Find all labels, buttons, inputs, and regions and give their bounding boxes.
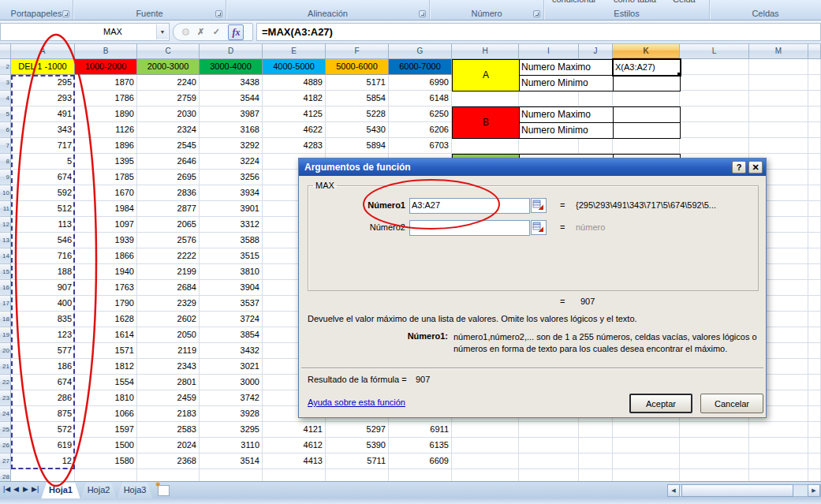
cell-x3[interactable] — [808, 75, 821, 91]
cell-x17[interactable] — [808, 296, 821, 312]
cell-D16[interactable]: 3904 — [200, 280, 263, 296]
cell-G7[interactable]: 6703 — [389, 138, 452, 154]
row-header-14[interactable]: 14 — [0, 248, 11, 264]
cell-x28[interactable] — [808, 469, 821, 481]
cell-x14[interactable] — [808, 248, 821, 264]
cell-E5[interactable]: 4125 — [263, 106, 326, 122]
cell-B10[interactable]: 1670 — [75, 185, 137, 201]
name-box[interactable]: MAX ▼ — [0, 23, 170, 41]
cell-B24[interactable]: 1066 — [75, 406, 137, 422]
dialog-launcher-icon[interactable] — [62, 10, 69, 17]
cell-B14[interactable]: 1866 — [75, 248, 137, 264]
horizontal-scrollbar-thumb[interactable] — [681, 484, 793, 497]
column-header-K[interactable]: K — [613, 44, 680, 59]
cell-B12[interactable]: 1097 — [75, 217, 137, 233]
insert-worksheet-icon[interactable]: ✱ — [158, 485, 170, 496]
row-header-5[interactable]: 5 — [0, 106, 11, 122]
cell-D20[interactable]: 3432 — [200, 343, 263, 359]
cell-G4[interactable]: 6148 — [389, 91, 452, 106]
cell-B25[interactable]: 1597 — [75, 422, 137, 438]
insert-function-icon[interactable]: fx — [228, 24, 244, 40]
tab-hoja2[interactable]: Hoja2 — [80, 483, 117, 499]
row-header-13[interactable]: 13 — [0, 233, 11, 248]
cell-B2[interactable]: 1000-2000 — [75, 59, 137, 75]
cell-A15[interactable]: 188 — [11, 264, 75, 280]
cell-I28[interactable] — [519, 469, 579, 481]
cell-A17[interactable]: 400 — [11, 296, 75, 312]
cell-G3[interactable]: 6990 — [389, 75, 452, 91]
cell-D19[interactable]: 3854 — [200, 327, 263, 343]
cell-F25[interactable]: 5297 — [326, 422, 389, 438]
cell-D7[interactable]: 3292 — [200, 138, 263, 154]
cell-D21[interactable]: 3021 — [200, 359, 263, 375]
cell-F27[interactable]: 5711 — [326, 454, 389, 469]
cell-E3[interactable]: 4889 — [263, 75, 326, 91]
cell-L25[interactable] — [680, 422, 749, 438]
row-header-23[interactable]: 23 — [0, 390, 11, 406]
cell-K27[interactable] — [613, 454, 680, 469]
cell-J27[interactable] — [579, 454, 613, 469]
cell-J26[interactable] — [579, 438, 613, 454]
cell-x25[interactable] — [808, 422, 821, 438]
cell-K25[interactable] — [613, 422, 680, 438]
arg2-input[interactable] — [409, 220, 530, 236]
cell-B22[interactable]: 1554 — [75, 375, 137, 390]
cell-D23[interactable]: 3742 — [200, 390, 263, 406]
tab-hoja1[interactable]: Hoja1 — [41, 483, 80, 499]
cell-M26[interactable] — [749, 438, 808, 454]
cell-C8[interactable]: 2646 — [137, 154, 200, 170]
cell-C24[interactable]: 2183 — [137, 406, 200, 422]
cell-D9[interactable]: 3256 — [200, 170, 263, 185]
cell-C21[interactable]: 2343 — [137, 359, 200, 375]
cell-B3[interactable]: 1870 — [75, 75, 137, 91]
cell-A9[interactable]: 674 — [11, 170, 75, 185]
cell-D17[interactable]: 3537 — [200, 296, 263, 312]
row-header-16[interactable]: 16 — [0, 280, 11, 296]
cell-x11[interactable] — [808, 201, 821, 217]
cell-A2[interactable]: DEL 1 -1000 — [11, 59, 75, 75]
cell-A21[interactable]: 186 — [11, 359, 75, 375]
column-header-L[interactable]: L — [680, 44, 749, 59]
cell-D3[interactable]: 3438 — [200, 75, 263, 91]
cell-C10[interactable]: 2836 — [137, 185, 200, 201]
cell-A26[interactable]: 619 — [11, 438, 75, 454]
cell-numero-minimo-b[interactable]: Numero Minimo — [519, 122, 614, 139]
cell-C5[interactable]: 2030 — [137, 106, 200, 122]
column-header-C[interactable]: C — [137, 44, 200, 59]
cell-K7[interactable] — [613, 138, 680, 154]
column-header-partial[interactable] — [808, 44, 821, 59]
cell-M27[interactable] — [749, 454, 808, 469]
cell-C3[interactable]: 2240 — [137, 75, 200, 91]
cell-B7[interactable]: 1896 — [75, 138, 137, 154]
cell-B20[interactable]: 1571 — [75, 343, 137, 359]
cell-D12[interactable]: 3312 — [200, 217, 263, 233]
active-cell-k2[interactable]: X(A3:A27) — [612, 58, 681, 77]
cell-D15[interactable]: 3810 — [200, 264, 263, 280]
cell-C2[interactable]: 2000-3000 — [137, 59, 200, 75]
cell-M7[interactable] — [749, 138, 808, 154]
cell-C27[interactable]: 2368 — [137, 454, 200, 469]
cell-I25[interactable] — [519, 422, 579, 438]
cell-A14[interactable]: 716 — [11, 248, 75, 264]
cell-A22[interactable]: 674 — [11, 375, 75, 390]
cell-M6[interactable] — [749, 122, 808, 138]
cell-B9[interactable]: 1785 — [75, 170, 137, 185]
cell-x9[interactable] — [808, 170, 821, 185]
scroll-left-icon[interactable]: ◀ — [667, 484, 680, 497]
cell-C14[interactable]: 2222 — [137, 248, 200, 264]
scroll-right-icon[interactable]: ▶ — [808, 484, 820, 497]
accept-button[interactable]: Aceptar — [629, 394, 692, 413]
dialog-launcher-icon[interactable] — [215, 10, 222, 17]
cell-x26[interactable] — [808, 438, 821, 454]
next-sheet-icon[interactable]: ▶ — [23, 485, 28, 493]
first-sheet-icon[interactable]: |◀ — [3, 485, 10, 493]
row-header-25[interactable]: 25 — [0, 422, 11, 438]
cell-C18[interactable]: 2602 — [137, 312, 200, 327]
cell-G5[interactable]: 6250 — [389, 106, 452, 122]
cell-k6[interactable] — [613, 122, 681, 139]
cell-x2[interactable] — [808, 59, 821, 75]
cell-I4[interactable] — [519, 91, 579, 106]
row-header-10[interactable]: 10 — [0, 185, 11, 201]
cell-D25[interactable]: 3295 — [200, 422, 263, 438]
cell-block-b-header[interactable]: B — [452, 106, 520, 139]
